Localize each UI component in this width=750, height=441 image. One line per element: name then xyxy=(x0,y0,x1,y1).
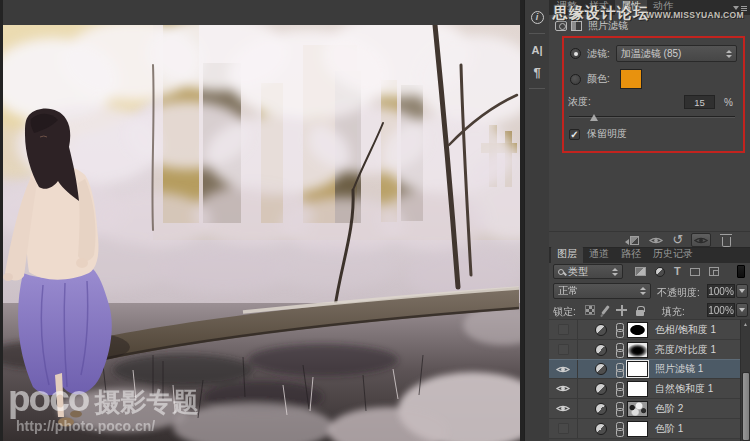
tab-styles[interactable]: 样式 xyxy=(583,0,615,15)
lock-pixels-icon[interactable] xyxy=(601,305,610,315)
type-filter-icon[interactable]: T xyxy=(674,266,681,277)
density-slider[interactable] xyxy=(569,116,735,118)
delete-adjustment-button[interactable] xyxy=(718,233,734,247)
panel-menu-icon[interactable] xyxy=(733,4,747,12)
mask-link-icon[interactable] xyxy=(615,422,622,435)
density-unit: % xyxy=(724,97,733,108)
mask-thumbnail[interactable] xyxy=(627,401,648,417)
smart-object-filter-icon[interactable] xyxy=(709,267,719,276)
adjustment-filter-icon[interactable] xyxy=(655,267,665,277)
layer-name[interactable]: 照片滤镜 1 xyxy=(655,362,703,376)
scrollbar-thumb[interactable] xyxy=(742,372,750,441)
mask-thumbnail[interactable] xyxy=(627,361,648,377)
mask-link-icon[interactable] xyxy=(615,343,622,356)
tab-properties[interactable]: 属性 xyxy=(615,0,647,15)
mask-thumbnail[interactable] xyxy=(627,381,648,397)
layer-name[interactable]: 色阶 1 xyxy=(655,422,683,436)
opacity-dropdown-button[interactable] xyxy=(736,284,748,298)
layer-row[interactable]: 色阶 2 xyxy=(549,399,740,419)
clip-to-layer-button[interactable] xyxy=(625,233,643,247)
paragraph-panel-button[interactable]: ¶ xyxy=(525,59,549,85)
layer-name[interactable]: 色相/饱和度 1 xyxy=(655,323,716,337)
eye-icon xyxy=(556,365,570,374)
color-radio[interactable] xyxy=(570,74,581,85)
lock-transparency-icon[interactable] xyxy=(585,305,595,315)
tab-channels[interactable]: 通道 xyxy=(583,246,615,263)
preserve-luminosity-checkbox[interactable]: ✓ xyxy=(569,129,580,140)
layers-scrollbar[interactable]: ▲ xyxy=(740,320,750,441)
updown-arrows-icon xyxy=(640,287,646,295)
blend-row: 正常 不透明度: 100% xyxy=(549,281,750,301)
blend-mode-select[interactable]: 正常 xyxy=(553,283,651,299)
adjustment-layer-icon[interactable] xyxy=(595,403,607,415)
adjustment-layer-icon[interactable] xyxy=(595,383,607,395)
pixel-filter-icon[interactable] xyxy=(635,267,646,276)
layer-filter-row: 类型 T xyxy=(549,263,750,281)
paragraph-icon: ¶ xyxy=(533,65,540,80)
layer-name[interactable]: 色阶 2 xyxy=(655,402,683,416)
density-input[interactable] xyxy=(684,95,715,109)
lock-position-icon[interactable] xyxy=(616,305,627,316)
layer-row[interactable]: 色相/饱和度 1 xyxy=(549,320,740,340)
annotation-highlight-box: 滤镜: 加温滤镜 (85) 颜色: 浓度: % ✓ 保留明 xyxy=(562,36,745,153)
mask-link-icon[interactable] xyxy=(615,323,622,336)
layer-visibility-toggle[interactable] xyxy=(549,360,578,378)
dock-divider xyxy=(529,88,545,89)
filter-toggle-switch[interactable] xyxy=(737,265,745,278)
info-panel-button[interactable]: i xyxy=(525,4,549,30)
density-label: 浓度: xyxy=(568,95,591,109)
adjustment-layer-icon[interactable] xyxy=(595,324,607,336)
layer-visibility-toggle[interactable] xyxy=(549,419,578,438)
eye-state-icon xyxy=(649,236,663,245)
color-swatch[interactable] xyxy=(620,69,642,89)
shape-filter-icon[interactable] xyxy=(690,268,700,276)
hidden-layer-box xyxy=(558,423,569,434)
filter-kind-select[interactable]: 类型 xyxy=(553,264,623,279)
filter-select-value: 加温滤镜 (85) xyxy=(621,47,722,61)
character-icon: A| xyxy=(531,44,542,56)
adjustment-layer-icon[interactable] xyxy=(595,363,607,375)
fill-value[interactable]: 100% xyxy=(707,303,735,317)
photo-canvas[interactable]: poco 摄影专题 http://photo.poco.cn/ xyxy=(3,25,520,441)
mask-thumbnail[interactable] xyxy=(627,421,648,437)
layer-visibility-toggle[interactable] xyxy=(549,399,578,418)
mask-thumbnail[interactable] xyxy=(627,322,648,338)
layer-row[interactable]: 色阶 1 xyxy=(549,419,740,439)
lock-row: 锁定: 填充: 100% xyxy=(549,301,750,320)
layer-name[interactable]: 自然饱和度 1 xyxy=(655,382,713,396)
layer-visibility-toggle[interactable] xyxy=(549,340,578,359)
scroll-up-button[interactable]: ▲ xyxy=(741,321,750,328)
tab-layers[interactable]: 图层 xyxy=(551,246,583,263)
filter-radio[interactable] xyxy=(570,48,581,59)
mask-link-icon[interactable] xyxy=(615,363,622,376)
adjustment-layer-icon[interactable] xyxy=(595,344,607,356)
trash-icon xyxy=(722,237,731,247)
adjustment-layer-icon[interactable] xyxy=(595,423,607,435)
opacity-value[interactable]: 100% xyxy=(707,284,735,298)
layer-visibility-toggle[interactable] xyxy=(549,379,578,398)
mask-link-icon[interactable] xyxy=(615,382,622,395)
clip-mask-icon xyxy=(630,236,639,245)
lock-all-icon[interactable] xyxy=(636,310,644,316)
lock-label: 锁定: xyxy=(553,305,576,319)
fill-label: 填充: xyxy=(662,305,685,319)
layer-row[interactable]: 亮度/对比度 1 xyxy=(549,340,740,360)
previous-state-button[interactable] xyxy=(648,233,664,247)
filter-select[interactable]: 加温滤镜 (85) xyxy=(616,45,737,62)
reset-button[interactable]: ↺ xyxy=(671,233,685,247)
tab-actions[interactable]: 动作 xyxy=(647,0,679,15)
mask-link-icon[interactable] xyxy=(615,402,622,415)
layer-name[interactable]: 亮度/对比度 1 xyxy=(655,343,716,357)
photo-filter-icon xyxy=(555,21,567,31)
tab-adjustments[interactable]: 调整 xyxy=(551,0,583,15)
tab-paths[interactable]: 路径 xyxy=(615,246,647,263)
tab-history[interactable]: 历史记录 xyxy=(647,246,699,263)
layer-visibility-toggle[interactable] xyxy=(549,320,578,339)
layer-row[interactable]: 自然饱和度 1 xyxy=(549,379,740,399)
fill-dropdown-button[interactable] xyxy=(736,303,748,317)
mask-thumbnail[interactable] xyxy=(627,342,648,358)
layer-row[interactable]: 照片滤镜 1 xyxy=(549,359,740,379)
density-slider-thumb[interactable] xyxy=(590,114,598,121)
photoshop-window: poco 摄影专题 http://photo.poco.cn/ i A| ¶ 调… xyxy=(0,0,750,441)
toggle-visibility-button[interactable] xyxy=(691,233,711,247)
